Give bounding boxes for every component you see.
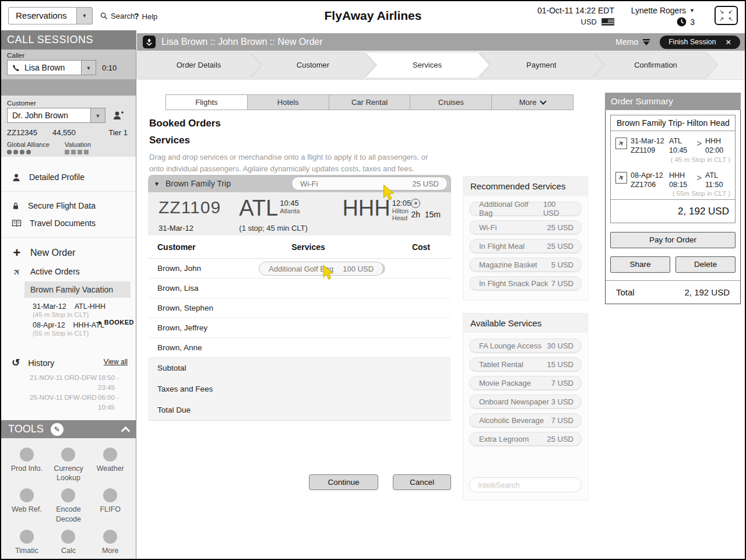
service-pill[interactable]: In Flight Snack Pack7 USD: [469, 276, 582, 290]
datetime-group: 01-Oct-11 14:22 EDT USD: [537, 6, 614, 26]
service-pill[interactable]: Tablet Rental15 USD: [469, 357, 582, 371]
service-pill[interactable]: Movie Package7 USD: [469, 376, 582, 390]
delete-button[interactable]: Delete: [675, 256, 736, 273]
module-select-value[interactable]: Reservations: [8, 7, 77, 24]
sidebar-item-new-order[interactable]: + New Order: [1, 243, 136, 263]
sidebar-item-active-orders[interactable]: ✈ Active Orders: [1, 263, 136, 280]
tool-prod-info[interactable]: Prod Info.: [6, 443, 48, 484]
tool-currency-lookup[interactable]: Currency Lookup: [48, 443, 90, 484]
tool-icon[interactable]: [103, 530, 117, 544]
passenger-row[interactable]: Brown, Anne: [148, 338, 451, 358]
service-pill[interactable]: FA Lounge Access30 USD: [469, 339, 582, 353]
tool-timatic[interactable]: Timatic: [6, 525, 48, 557]
tab-more[interactable]: More: [492, 94, 573, 110]
tool-weather[interactable]: Weather: [89, 443, 131, 484]
share-button[interactable]: Share: [610, 256, 670, 273]
tab-cruises[interactable]: Cruises: [410, 94, 492, 110]
cancel-button[interactable]: Cancel: [393, 474, 451, 490]
sidebar-item-detailed-profile[interactable]: Detailed Profile: [1, 168, 136, 186]
module-select[interactable]: Reservations ▼: [8, 7, 93, 24]
caret-down-icon[interactable]: ▼: [91, 108, 105, 123]
tool-icon[interactable]: [61, 448, 75, 462]
caret-down-icon[interactable]: ▼: [77, 7, 93, 24]
sidebar-item-label: Travel Documents: [30, 219, 96, 228]
help-button[interactable]: ? Help: [134, 12, 157, 21]
dragged-service-pill-wifi[interactable]: Wi-Fi 25 USD: [291, 177, 448, 191]
tool-encode-decode[interactable]: Encode Decode: [48, 484, 90, 524]
step-services[interactable]: Services: [365, 52, 489, 78]
tool-icon[interactable]: [103, 448, 117, 462]
tool-icon[interactable]: [61, 488, 75, 502]
step-payment[interactable]: Payment: [480, 52, 603, 78]
tool-icon[interactable]: [61, 530, 75, 544]
plus-icon: +: [12, 245, 22, 260]
customer-section: Customer Dr. John Brown ▼ ZZ12345 44,550…: [1, 96, 136, 157]
sidebar-item-travel-documents[interactable]: Travel Documents: [1, 214, 136, 232]
datetime: 01-Oct-11 14:22 EDT: [537, 6, 614, 15]
collapse-window-button[interactable]: ↘ ↙ ↗ ↖: [715, 6, 738, 25]
chevron-up-icon[interactable]: [121, 426, 131, 435]
intellisearch-input[interactable]: [469, 477, 582, 492]
step-confirmation[interactable]: Confirmation: [594, 52, 717, 78]
service-label: Movie Package: [479, 379, 531, 388]
tool-icon[interactable]: [20, 448, 34, 462]
active-order-item[interactable]: Brown Family Vacation 31-Mar-12 ATL-HHH …: [24, 281, 131, 337]
collapse-arrow-icon: ↗: [719, 16, 724, 22]
step-customer[interactable]: Customer: [251, 52, 375, 78]
tool-icon[interactable]: [20, 488, 34, 502]
passenger-row[interactable]: Brown, Stephen: [148, 298, 451, 318]
tab-car-rental[interactable]: Car Rental: [329, 94, 411, 110]
total-due-row: Total Due: [148, 400, 451, 421]
service-price: 7 USD: [551, 379, 573, 388]
column-customer: Customer: [148, 242, 235, 252]
service-pill[interactable]: Onboard Newspaper3 USD: [469, 395, 582, 408]
tool-calc[interactable]: Calc: [48, 525, 90, 557]
pay-for-order-button[interactable]: Pay for Order: [610, 232, 736, 248]
passenger-row[interactable]: Brown, John Additional Golf Bag 100 USD: [148, 259, 451, 279]
history-row: 21-NOV-11 ORD-DFW 18:50 - 23:45: [30, 373, 136, 393]
flight-number: ZZ1109: [631, 146, 669, 155]
tool-web-ref[interactable]: Web Ref.: [6, 484, 48, 524]
trip-header[interactable]: ▼ Brown Family Trip Wi-Fi 25 USD: [148, 175, 451, 192]
caret-down-icon[interactable]: ▼: [82, 60, 96, 75]
tool-icon[interactable]: [20, 530, 34, 544]
memo-button[interactable]: Memo: [615, 37, 650, 47]
phone-icon: [12, 64, 20, 72]
continue-button[interactable]: Continue: [309, 474, 378, 490]
search-button[interactable]: Search: [100, 12, 135, 20]
sidebar-item-secure-flight-data[interactable]: Secure Flight Data: [1, 197, 136, 214]
passenger-row[interactable]: Brown, Lisa: [148, 279, 451, 298]
service-pill[interactable]: Magazine Basket5 USD: [469, 258, 582, 272]
tool-more[interactable]: More: [89, 525, 131, 557]
collapse-arrow-icon: ↙: [729, 9, 733, 15]
tool-label: Encode Decode: [56, 505, 81, 523]
flight-date: 08-Apr-12: [631, 171, 669, 180]
booked-orders-heading: Booked Orders: [149, 118, 221, 129]
customer-select[interactable]: Dr. John Brown: [7, 108, 91, 123]
passenger-row[interactable]: Brown, Jeffrey: [148, 318, 451, 338]
tab-hotels[interactable]: Hotels: [248, 94, 329, 110]
tab-flights[interactable]: Flights: [166, 94, 248, 110]
service-pill[interactable]: Alcoholic Beverage7 USD: [469, 413, 582, 427]
view-all-link[interactable]: View all: [104, 358, 128, 366]
service-pill[interactable]: Extra Legroom25 USD: [469, 432, 582, 446]
user-menu[interactable]: Lynette Rogers ▼: [631, 6, 695, 15]
add-person-icon[interactable]: [112, 110, 124, 121]
service-price: 100 USD: [343, 265, 374, 273]
service-pill[interactable]: Wi-Fi25 USD: [469, 220, 582, 234]
divider: [1, 237, 136, 238]
step-order-details[interactable]: Order Details: [137, 52, 261, 78]
order-summary-panel: Order Summary Brown Family Trip- Hilton …: [605, 93, 741, 304]
service-pill[interactable]: Additional Golf Bag100 USD: [469, 202, 582, 216]
order-name[interactable]: Brown Family Vacation: [24, 281, 131, 298]
caller-select[interactable]: Lisa Brown: [7, 60, 82, 75]
caret-down-icon[interactable]: ▼: [154, 181, 160, 187]
tool-flifo[interactable]: FLIFO: [89, 484, 131, 524]
trip-summary-card: Brown Family Trip- Hilton Head ✈ 31-Mar-…: [610, 115, 736, 223]
tools-header[interactable]: TOOLS ✎: [1, 420, 136, 438]
service-label: Additional Golf Bag: [479, 200, 543, 217]
finish-session-button[interactable]: Finish Session ✕: [660, 36, 740, 49]
service-pill[interactable]: In Flight Meal25 USD: [469, 239, 582, 253]
tool-icon[interactable]: [103, 488, 117, 502]
memo-funnel-icon: [642, 38, 650, 46]
